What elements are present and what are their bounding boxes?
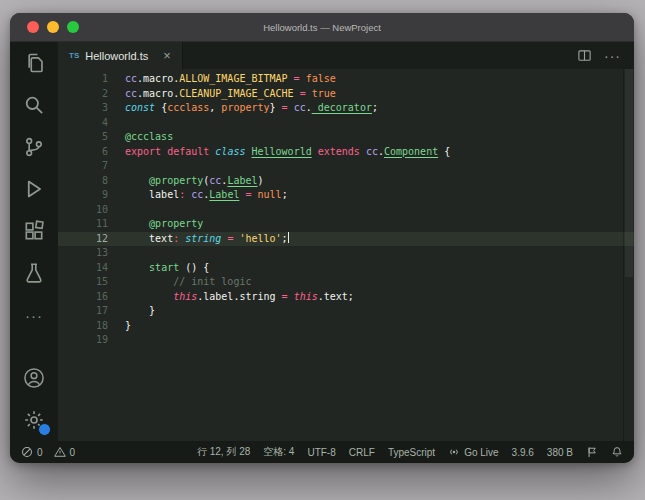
- line-number[interactable]: 14: [58, 261, 108, 276]
- code-line-18[interactable]: 18}: [58, 319, 634, 334]
- code-line-3[interactable]: 3const {ccclass, property} = cc._decorat…: [58, 101, 634, 116]
- code-line-1[interactable]: 1cc.macro.ALLOW_IMAGE_BITMAP = false: [58, 72, 634, 87]
- code-token: ): [258, 175, 264, 186]
- code-line-17[interactable]: 17 }: [58, 304, 634, 319]
- code-line-19[interactable]: 19: [58, 333, 634, 348]
- close-button[interactable]: [27, 21, 39, 33]
- code-line-15[interactable]: 15 // init logic: [58, 275, 634, 290]
- code-line-16[interactable]: 16 this.label.string = this.text;: [58, 290, 634, 305]
- line-number[interactable]: 19: [58, 333, 108, 348]
- code-text: cc.macro.ALLOW_IMAGE_BITMAP = false: [125, 72, 634, 87]
- status-file-size[interactable]: 380 B: [547, 447, 573, 458]
- status-version[interactable]: 3.9.6: [512, 447, 534, 458]
- tab-helloworld[interactable]: TS Helloworld.ts ×: [58, 42, 183, 69]
- main-area: ··· TS Helloworld.ts × ··· 1cc.mac: [10, 42, 634, 441]
- zoom-button[interactable]: [67, 21, 79, 33]
- line-number[interactable]: 10: [58, 203, 108, 218]
- code-token: default: [167, 146, 209, 157]
- line-number[interactable]: 6: [58, 145, 108, 160]
- code-line-2[interactable]: 2cc.macro.CLEANUP_IMAGE_CACHE = true: [58, 87, 634, 102]
- status-go-live[interactable]: Go Live: [448, 446, 498, 458]
- line-number[interactable]: 9: [58, 188, 108, 203]
- status-errors[interactable]: 0: [21, 446, 43, 458]
- activitybar-item-testing[interactable]: [10, 252, 58, 294]
- code-line-12[interactable]: 12 text: string = 'hello';: [58, 232, 634, 247]
- activity-bar: ···: [10, 42, 58, 441]
- code-token: cc: [125, 73, 137, 84]
- line-number[interactable]: 3: [58, 101, 108, 116]
- code-line-14[interactable]: 14 start () {: [58, 261, 634, 276]
- line-number[interactable]: 11: [58, 217, 108, 232]
- status-notifications[interactable]: [611, 446, 623, 458]
- code-line-4[interactable]: 4: [58, 116, 634, 131]
- code-token: @ccclass: [125, 131, 173, 142]
- code-token: class: [215, 146, 245, 157]
- code-token: {: [155, 102, 167, 113]
- scrollbar-thumb[interactable]: [625, 69, 633, 277]
- activitybar-item-settings[interactable]: [10, 399, 58, 441]
- activitybar-item-more-views[interactable]: ···: [10, 294, 58, 336]
- line-number[interactable]: 16: [58, 290, 108, 305]
- activitybar-item-search[interactable]: [10, 84, 58, 126]
- line-number[interactable]: 8: [58, 174, 108, 189]
- status-encoding[interactable]: UTF-8: [307, 447, 335, 458]
- code-token: @property: [149, 218, 203, 229]
- line-number[interactable]: 13: [58, 246, 108, 261]
- editor-column: TS Helloworld.ts × ··· 1cc.macro.ALLOW_I…: [58, 42, 634, 441]
- code-line-9[interactable]: 9 label: cc.Label = null;: [58, 188, 634, 203]
- line-number[interactable]: 7: [58, 159, 108, 174]
- code-token: .text;: [318, 291, 354, 302]
- code-token: null: [258, 189, 282, 200]
- code-line-6[interactable]: 6export default class Helloworld extends…: [58, 145, 634, 160]
- code-line-10[interactable]: 10: [58, 203, 634, 218]
- line-number[interactable]: 2: [58, 87, 108, 102]
- vscode-window: Helloworld.ts — NewProject ··· TS Hellow…: [10, 13, 634, 463]
- error-icon: [21, 446, 33, 458]
- line-number[interactable]: 18: [58, 319, 108, 334]
- activitybar-item-extensions[interactable]: [10, 210, 58, 252]
- code-token: .macro.: [137, 88, 179, 99]
- line-number[interactable]: 1: [58, 72, 108, 87]
- status-language-mode[interactable]: TypeScript: [388, 447, 435, 458]
- activitybar-item-account[interactable]: [10, 357, 58, 399]
- code-token: Label: [209, 189, 239, 200]
- golive-icon: [448, 446, 460, 458]
- minimize-button[interactable]: [47, 21, 59, 33]
- flag-icon: [586, 446, 598, 458]
- code-token: }: [125, 305, 155, 316]
- tab-close-icon[interactable]: ×: [163, 49, 171, 62]
- line-number[interactable]: 15: [58, 275, 108, 290]
- code-text: start () {: [125, 261, 634, 276]
- status-warnings[interactable]: 0: [54, 446, 76, 458]
- activitybar-item-source-control[interactable]: [10, 126, 58, 168]
- activitybar-item-explorer[interactable]: [10, 42, 58, 84]
- code-line-8[interactable]: 8 @property(cc.Label): [58, 174, 634, 189]
- extensions-icon: [23, 220, 45, 242]
- line-number[interactable]: 12: [58, 232, 108, 247]
- code-line-11[interactable]: 11 @property: [58, 217, 634, 232]
- split-editor-icon[interactable]: [577, 48, 592, 63]
- code-token: cc: [125, 88, 137, 99]
- line-number[interactable]: 5: [58, 130, 108, 145]
- activitybar-item-run-debug[interactable]: [10, 168, 58, 210]
- activitybar-top: ···: [10, 42, 58, 336]
- window-title: Helloworld.ts — NewProject: [10, 22, 634, 33]
- code-line-7[interactable]: 7: [58, 159, 634, 174]
- code-token: extends: [318, 146, 360, 157]
- editor-scrollbar[interactable]: [623, 69, 634, 441]
- code-token: .macro.: [137, 73, 179, 84]
- status-cursor-position[interactable]: 行 12, 列 28: [197, 445, 250, 459]
- code-token: Label: [227, 175, 257, 186]
- line-number[interactable]: 17: [58, 304, 108, 319]
- code-token: string: [185, 233, 221, 244]
- code-token: }: [270, 102, 282, 113]
- status-flag[interactable]: [586, 446, 598, 458]
- status-eol[interactable]: CRLF: [349, 447, 375, 458]
- status-indentation[interactable]: 空格: 4: [263, 445, 294, 459]
- code-editor[interactable]: 1cc.macro.ALLOW_IMAGE_BITMAP = false2cc.…: [58, 69, 634, 441]
- code-token: 'hello': [239, 233, 281, 244]
- line-number[interactable]: 4: [58, 116, 108, 131]
- more-actions-icon[interactable]: ···: [604, 48, 621, 64]
- code-line-13[interactable]: 13: [58, 246, 634, 261]
- code-line-5[interactable]: 5@ccclass: [58, 130, 634, 145]
